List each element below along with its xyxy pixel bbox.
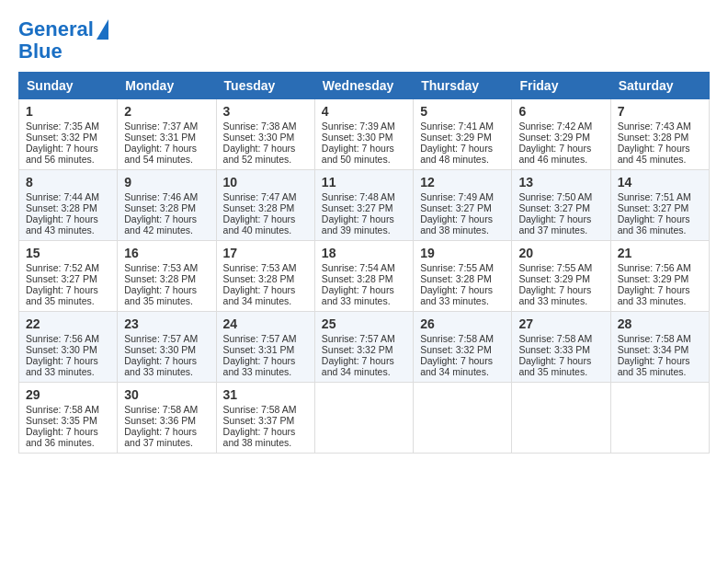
sunset-text: Sunset: 3:27 PM: [26, 273, 97, 284]
sunrise-text: Sunrise: 7:35 AM: [26, 121, 99, 132]
daylight-text: Daylight: 7 hours and 37 minutes.: [518, 213, 591, 236]
day-number: 30: [124, 387, 209, 402]
sunrise-text: Sunrise: 7:52 AM: [26, 262, 99, 273]
sunrise-text: Sunrise: 7:46 AM: [124, 191, 198, 202]
daylight-text: Daylight: 7 hours and 33 minutes.: [26, 355, 98, 377]
calendar-cell: 18Sunrise: 7:54 AMSunset: 3:28 PMDayligh…: [314, 241, 413, 312]
calendar-cell: 16Sunrise: 7:53 AMSunset: 3:28 PMDayligh…: [118, 241, 216, 312]
calendar-cell: [314, 383, 413, 454]
day-number: 31: [223, 387, 308, 402]
day-number: 6: [518, 104, 603, 119]
calendar-cell: 5Sunrise: 7:41 AMSunset: 3:29 PMDaylight…: [414, 99, 512, 170]
calendar-day-header: Saturday: [610, 73, 709, 99]
sunset-text: Sunset: 3:29 PM: [518, 273, 590, 284]
day-number: 17: [223, 246, 308, 260]
calendar-cell: 2Sunrise: 7:37 AMSunset: 3:31 PMDaylight…: [118, 99, 216, 170]
calendar-cell: 28Sunrise: 7:58 AMSunset: 3:34 PMDayligh…: [610, 312, 709, 383]
calendar-week-row: 1Sunrise: 7:35 AMSunset: 3:32 PMDaylight…: [19, 99, 710, 170]
logo-text-line1: General: [18, 18, 94, 40]
daylight-text: Daylight: 7 hours and 33 minutes.: [124, 355, 197, 377]
day-number: 25: [322, 316, 406, 331]
calendar-cell: 23Sunrise: 7:57 AMSunset: 3:30 PMDayligh…: [118, 312, 216, 383]
sunset-text: Sunset: 3:27 PM: [518, 202, 590, 213]
calendar-cell: [512, 383, 610, 454]
day-number: 3: [223, 104, 308, 119]
calendar-cell: 1Sunrise: 7:35 AMSunset: 3:32 PMDaylight…: [19, 99, 118, 170]
daylight-text: Daylight: 7 hours and 35 minutes.: [618, 355, 690, 377]
sunset-text: Sunset: 3:30 PM: [322, 132, 393, 143]
day-number: 18: [322, 246, 406, 260]
sunrise-text: Sunrise: 7:49 AM: [420, 191, 494, 202]
day-number: 23: [124, 316, 209, 331]
calendar-cell: [414, 383, 512, 454]
calendar-week-row: 22Sunrise: 7:56 AMSunset: 3:30 PMDayligh…: [19, 312, 710, 383]
day-number: 15: [26, 246, 110, 260]
daylight-text: Daylight: 7 hours and 35 minutes.: [26, 284, 98, 306]
calendar-cell: 12Sunrise: 7:49 AMSunset: 3:27 PMDayligh…: [414, 170, 512, 241]
calendar-week-row: 15Sunrise: 7:52 AMSunset: 3:27 PMDayligh…: [19, 241, 710, 312]
logo-text-line2: Blue: [18, 40, 63, 63]
sunrise-text: Sunrise: 7:53 AM: [223, 262, 297, 273]
calendar-cell: 6Sunrise: 7:42 AMSunset: 3:29 PMDaylight…: [512, 99, 610, 170]
sunrise-text: Sunrise: 7:56 AM: [618, 262, 691, 273]
sunset-text: Sunset: 3:30 PM: [223, 132, 295, 143]
sunset-text: Sunset: 3:27 PM: [322, 202, 393, 213]
daylight-text: Daylight: 7 hours and 33 minutes.: [223, 355, 296, 377]
sunrise-text: Sunrise: 7:57 AM: [322, 333, 395, 344]
sunrise-text: Sunrise: 7:48 AM: [322, 191, 395, 202]
day-number: 2: [124, 104, 209, 119]
calendar-cell: [610, 383, 709, 454]
sunset-text: Sunset: 3:28 PM: [223, 202, 295, 213]
sunset-text: Sunset: 3:28 PM: [618, 132, 689, 143]
daylight-text: Daylight: 7 hours and 46 minutes.: [518, 143, 591, 165]
sunset-text: Sunset: 3:32 PM: [420, 344, 492, 355]
calendar-day-header: Thursday: [414, 73, 512, 99]
calendar-day-header: Wednesday: [314, 73, 413, 99]
calendar-cell: 21Sunrise: 7:56 AMSunset: 3:29 PMDayligh…: [610, 241, 709, 312]
sunrise-text: Sunrise: 7:58 AM: [618, 333, 691, 344]
daylight-text: Daylight: 7 hours and 36 minutes.: [26, 426, 98, 448]
sunset-text: Sunset: 3:36 PM: [124, 415, 196, 426]
calendar-week-row: 29Sunrise: 7:58 AMSunset: 3:35 PMDayligh…: [19, 383, 710, 454]
sunrise-text: Sunrise: 7:55 AM: [518, 262, 592, 273]
sunrise-text: Sunrise: 7:57 AM: [124, 333, 198, 344]
day-number: 13: [518, 175, 603, 190]
day-number: 16: [124, 246, 209, 260]
day-number: 4: [322, 104, 406, 119]
sunset-text: Sunset: 3:28 PM: [322, 273, 393, 284]
calendar-header-row: SundayMondayTuesdayWednesdayThursdayFrid…: [19, 73, 710, 99]
calendar-cell: 29Sunrise: 7:58 AMSunset: 3:35 PMDayligh…: [19, 383, 118, 454]
calendar-cell: 9Sunrise: 7:46 AMSunset: 3:28 PMDaylight…: [118, 170, 216, 241]
sunset-text: Sunset: 3:30 PM: [26, 344, 97, 355]
calendar-day-header: Sunday: [19, 73, 118, 99]
day-number: 5: [420, 104, 505, 119]
day-number: 29: [26, 387, 110, 402]
calendar-cell: 4Sunrise: 7:39 AMSunset: 3:30 PMDaylight…: [314, 99, 413, 170]
daylight-text: Daylight: 7 hours and 54 minutes.: [124, 143, 197, 165]
sunrise-text: Sunrise: 7:58 AM: [420, 333, 494, 344]
sunset-text: Sunset: 3:32 PM: [322, 344, 393, 355]
daylight-text: Daylight: 7 hours and 38 minutes.: [420, 213, 493, 236]
sunset-text: Sunset: 3:31 PM: [124, 132, 196, 143]
daylight-text: Daylight: 7 hours and 33 minutes.: [322, 284, 394, 306]
sunset-text: Sunset: 3:27 PM: [420, 202, 492, 213]
calendar-cell: 14Sunrise: 7:51 AMSunset: 3:27 PMDayligh…: [610, 170, 709, 241]
sunrise-text: Sunrise: 7:39 AM: [322, 121, 395, 132]
day-number: 7: [618, 104, 702, 119]
daylight-text: Daylight: 7 hours and 34 minutes.: [223, 284, 296, 306]
daylight-text: Daylight: 7 hours and 56 minutes.: [26, 143, 98, 165]
sunrise-text: Sunrise: 7:58 AM: [223, 404, 297, 415]
sunrise-text: Sunrise: 7:42 AM: [518, 121, 592, 132]
day-number: 14: [618, 175, 702, 190]
page-header: General Blue: [18, 18, 710, 63]
sunset-text: Sunset: 3:31 PM: [223, 344, 295, 355]
sunrise-text: Sunrise: 7:55 AM: [420, 262, 494, 273]
calendar-cell: 7Sunrise: 7:43 AMSunset: 3:28 PMDaylight…: [610, 99, 709, 170]
daylight-text: Daylight: 7 hours and 43 minutes.: [26, 213, 98, 236]
day-number: 9: [124, 175, 209, 190]
day-number: 1: [26, 104, 110, 119]
daylight-text: Daylight: 7 hours and 35 minutes.: [124, 284, 197, 306]
sunset-text: Sunset: 3:34 PM: [618, 344, 689, 355]
daylight-text: Daylight: 7 hours and 34 minutes.: [322, 355, 394, 377]
daylight-text: Daylight: 7 hours and 52 minutes.: [223, 143, 296, 165]
